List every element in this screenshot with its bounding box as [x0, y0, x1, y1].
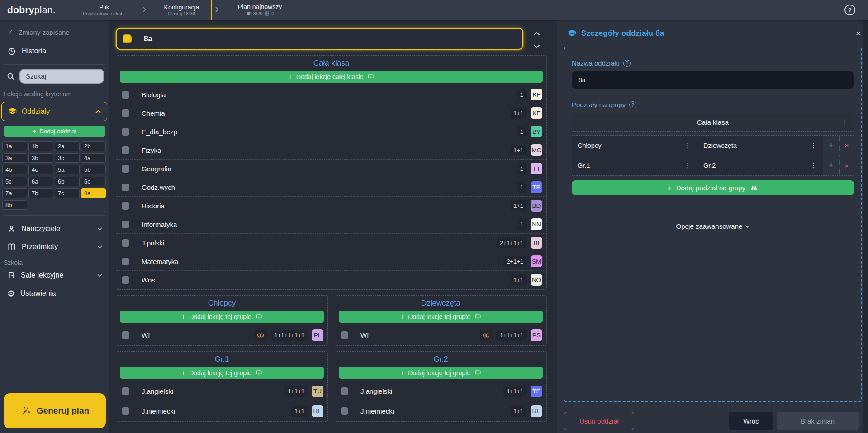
- class-chip[interactable]: 6a: [28, 177, 53, 186]
- teacher-badge[interactable]: TE: [531, 386, 542, 397]
- add-lesson-button[interactable]: + Dodaj lekcję całej klasie: [120, 71, 543, 83]
- teacher-badge[interactable]: TU: [312, 386, 323, 397]
- lesson-checkbox[interactable]: [341, 407, 348, 415]
- class-chip[interactable]: 2a: [55, 141, 80, 151]
- add-lesson-button[interactable]: + Dodaj lekcję tej grupie: [339, 311, 543, 323]
- lesson-checkbox[interactable]: [122, 276, 129, 284]
- class-header-checkbox[interactable]: [123, 34, 132, 43]
- add-split-button[interactable]: + Dodaj podział na grupy: [572, 180, 854, 195]
- add-class-button[interactable]: + Dodaj oddział: [4, 126, 105, 137]
- teacher-badge[interactable]: PS: [531, 329, 542, 341]
- class-chip[interactable]: 1b: [28, 141, 53, 151]
- sidebar-item-settings[interactable]: ⚙ Ustawienia: [7, 284, 102, 302]
- linked-lessons-icon[interactable]: [254, 330, 267, 341]
- lesson-row[interactable]: Geografia 1 FI: [116, 159, 546, 178]
- linked-lessons-icon[interactable]: [480, 330, 493, 341]
- add-group-icon[interactable]: +: [823, 155, 840, 175]
- close-icon[interactable]: ×: [856, 29, 861, 38]
- lesson-checkbox[interactable]: [122, 221, 129, 228]
- lesson-checkbox[interactable]: [122, 128, 129, 136]
- class-chip[interactable]: 5a: [55, 165, 80, 174]
- sidebar-item-rooms[interactable]: Sale lekcyjne: [7, 266, 102, 284]
- lesson-row[interactable]: J.polski 2+1+1+1 BI: [116, 233, 546, 252]
- split-group-cell[interactable]: Gr.1 ⋮: [572, 155, 697, 175]
- add-lesson-button[interactable]: + Dodaj lekcję tej grupie: [339, 367, 543, 379]
- lesson-row[interactable]: Biologia 1 KF: [116, 85, 546, 104]
- class-chip[interactable]: 4b: [2, 165, 27, 174]
- class-header[interactable]: 8a: [116, 28, 523, 50]
- menu-newest-plan[interactable]: Plan najnowszy 8h/0 0: [223, 0, 297, 20]
- sidebar-item-subjects[interactable]: Przedmioty: [7, 238, 102, 256]
- menu-file[interactable]: Plik Przykładowa szkoł...: [71, 0, 137, 20]
- lesson-checkbox[interactable]: [122, 165, 129, 173]
- teacher-badge[interactable]: RE: [312, 405, 323, 417]
- teacher-badge[interactable]: MC: [531, 144, 542, 156]
- class-chip[interactable]: 8a: [81, 188, 106, 198]
- class-name-input[interactable]: [572, 71, 854, 89]
- class-chip[interactable]: 7a: [2, 188, 27, 198]
- scrollbar-track[interactable]: [863, 20, 868, 433]
- lesson-checkbox[interactable]: [122, 202, 129, 210]
- no-changes-button[interactable]: Brak zmian: [777, 412, 859, 430]
- lesson-row[interactable]: Chemia 1+1 KF: [116, 104, 546, 122]
- delete-class-button[interactable]: Usuń oddział: [564, 412, 634, 430]
- teacher-badge[interactable]: BI: [531, 237, 542, 249]
- teacher-badge[interactable]: PL: [312, 329, 323, 341]
- search-input[interactable]: [19, 69, 104, 84]
- lesson-checkbox[interactable]: [341, 387, 348, 395]
- class-chip[interactable]: 4a: [81, 153, 106, 163]
- lesson-checkbox[interactable]: [122, 331, 129, 339]
- teacher-badge[interactable]: RE: [531, 405, 542, 417]
- class-chip[interactable]: 1a: [2, 141, 27, 151]
- class-chip[interactable]: 3b: [28, 153, 53, 163]
- lesson-row[interactable]: J.niemiecki 1+1 RE: [335, 401, 546, 421]
- kebab-menu-icon[interactable]: ⋮: [684, 141, 691, 150]
- back-button[interactable]: Wróć: [729, 412, 773, 430]
- remove-split-icon[interactable]: ×: [840, 136, 854, 155]
- lesson-row[interactable]: Wos 1+1 NO: [116, 270, 546, 289]
- class-chip[interactable]: 7b: [28, 188, 53, 198]
- menu-configuration[interactable]: Konfiguracja Dzisiaj 18:39: [152, 0, 212, 20]
- lesson-row[interactable]: Wf 1+1+1+1+1 PL: [116, 325, 327, 345]
- class-chip[interactable]: 7c: [55, 188, 80, 198]
- lesson-row[interactable]: Fizyka 1+1 MC: [116, 141, 546, 159]
- class-chip[interactable]: 6c: [81, 177, 106, 186]
- lesson-checkbox[interactable]: [122, 109, 129, 117]
- class-chip[interactable]: 2b: [81, 141, 106, 151]
- teacher-badge[interactable]: BD: [531, 200, 542, 212]
- teacher-badge[interactable]: BY: [531, 126, 542, 137]
- teacher-badge[interactable]: KF: [531, 107, 542, 119]
- class-chip[interactable]: 5c: [2, 177, 27, 186]
- lesson-row[interactable]: E_dla_bezp 1 BY: [116, 122, 546, 141]
- class-chip[interactable]: 3c: [55, 153, 80, 163]
- class-chip[interactable]: 8b: [2, 200, 27, 210]
- lesson-row[interactable]: Godz.wych 1 TE: [116, 178, 546, 196]
- teacher-badge[interactable]: KF: [531, 89, 542, 100]
- teacher-badge[interactable]: TE: [531, 181, 542, 193]
- add-lesson-button[interactable]: + Dodaj lekcję tej grupie: [120, 311, 324, 323]
- generate-plan-button[interactable]: Generuj plan: [4, 393, 106, 428]
- lesson-row[interactable]: J.angielski 1+1+1 TU: [116, 381, 327, 401]
- lesson-checkbox[interactable]: [122, 407, 129, 415]
- lesson-row[interactable]: J.angielski 1+1+1 TE: [335, 381, 546, 401]
- class-chip[interactable]: 3a: [2, 153, 27, 163]
- split-group-cell[interactable]: Gr.2 ⋮: [697, 155, 823, 175]
- help-icon[interactable]: ?: [844, 5, 855, 15]
- lesson-checkbox[interactable]: [122, 258, 129, 265]
- split-group-cell[interactable]: Chłopcy ⋮: [572, 136, 697, 155]
- teacher-badge[interactable]: NO: [531, 274, 542, 286]
- class-chip[interactable]: 4c: [28, 165, 53, 174]
- sidebar-item-teachers[interactable]: Nauczyciele: [7, 220, 102, 238]
- lesson-checkbox[interactable]: [122, 239, 129, 247]
- class-chip[interactable]: 6b: [55, 177, 80, 186]
- kebab-menu-icon[interactable]: ⋮: [684, 161, 691, 169]
- teacher-badge[interactable]: NN: [531, 218, 542, 230]
- kebab-menu-icon[interactable]: ⋮: [810, 141, 817, 150]
- whole-class-row[interactable]: Cała klasa ⋮: [572, 113, 854, 132]
- lesson-row[interactable]: Informatyka 1 NN: [116, 215, 546, 233]
- add-lesson-button[interactable]: + Dodaj lekcję tej grupie: [120, 367, 324, 379]
- add-group-icon[interactable]: +: [823, 136, 840, 155]
- sections-toggle[interactable]: Oddziały: [1, 102, 107, 121]
- collapse-down-icon[interactable]: [533, 44, 540, 48]
- lesson-checkbox[interactable]: [341, 331, 348, 339]
